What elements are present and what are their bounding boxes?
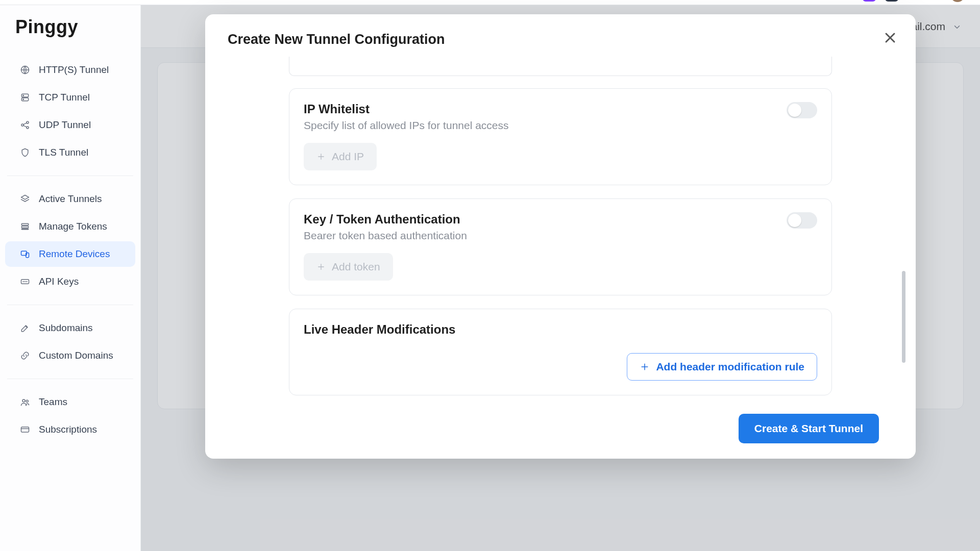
- brand-logo[interactable]: Pinggy: [0, 16, 140, 52]
- nav-group-account: Teams Subscriptions: [0, 384, 140, 447]
- ip-whitelist-section: IP Whitelist Specify list of allowed IPs…: [289, 88, 832, 185]
- token-auth-subtitle: Bearer token based authentication: [304, 230, 467, 242]
- extension-tray: 11 2: [863, 0, 976, 2]
- nav-group-domains: Subdomains Custom Domains: [0, 310, 140, 373]
- sidebar-item-label: Subdomains: [39, 322, 93, 334]
- token-auth-section: Key / Token Authentication Bearer token …: [289, 198, 832, 295]
- modal-footer: Create & Start Tunnel: [205, 409, 916, 443]
- sidebar-item-label: Subscriptions: [39, 424, 97, 435]
- sidebar-item-tcp-tunnel[interactable]: TCP Tunnel: [5, 85, 135, 110]
- globe-icon: [19, 64, 31, 76]
- scrollbar-thumb[interactable]: [902, 271, 905, 363]
- svg-rect-10: [21, 226, 28, 228]
- modal-title: Create New Tunnel Configuration: [205, 32, 916, 55]
- svg-point-16: [26, 400, 28, 402]
- sidebar-item-label: Remote Devices: [39, 248, 110, 260]
- sidebar-item-label: TLS Tunnel: [39, 147, 88, 158]
- link-icon: [19, 350, 31, 361]
- sidebar-item-label: HTTP(S) Tunnel: [39, 64, 109, 76]
- svg-rect-11: [21, 229, 28, 230]
- sidebar-item-label: Custom Domains: [39, 350, 113, 361]
- submit-label: Create & Start Tunnel: [754, 422, 863, 435]
- sidebar: Pinggy HTTP(S) Tunnel TCP Tunnel UDP Tun…: [0, 5, 141, 551]
- add-ip-button[interactable]: Add IP: [304, 143, 377, 170]
- previous-section-cutoff: [289, 57, 832, 76]
- sidebar-item-remote-devices[interactable]: Remote Devices: [5, 241, 135, 267]
- rows-icon: [19, 221, 31, 232]
- sidebar-item-api-keys[interactable]: API Keys: [5, 269, 135, 294]
- sidebar-item-subscriptions[interactable]: Subscriptions: [5, 417, 135, 442]
- svg-rect-9: [21, 223, 28, 225]
- layers-icon: [19, 193, 31, 205]
- sidebar-item-label: API Keys: [39, 276, 79, 287]
- add-ip-label: Add IP: [332, 151, 364, 163]
- header-mods-title: Live Header Modifications: [304, 322, 817, 337]
- nav-group-tunnels: HTTP(S) Tunnel TCP Tunnel UDP Tunnel TLS…: [0, 52, 140, 170]
- devices-icon: [19, 248, 31, 260]
- app-root: Pinggy HTTP(S) Tunnel TCP Tunnel UDP Tun…: [0, 5, 980, 551]
- ip-whitelist-title: IP Whitelist: [304, 102, 509, 116]
- sidebar-item-tls-tunnel[interactable]: TLS Tunnel: [5, 140, 135, 165]
- sidebar-item-label: Manage Tokens: [39, 221, 107, 232]
- server-icon: [19, 92, 31, 103]
- sidebar-item-active-tunnels[interactable]: Active Tunnels: [5, 186, 135, 212]
- token-auth-title: Key / Token Authentication: [304, 212, 467, 227]
- sidebar-item-http-tunnel[interactable]: HTTP(S) Tunnel: [5, 57, 135, 83]
- ip-whitelist-toggle[interactable]: [787, 102, 817, 118]
- sidebar-item-teams[interactable]: Teams: [5, 389, 135, 415]
- extension-badge-1[interactable]: 11: [863, 0, 876, 2]
- download-icon[interactable]: [908, 0, 920, 1]
- add-token-label: Add token: [332, 261, 380, 273]
- card-icon: [19, 424, 31, 435]
- nav-separator: [7, 305, 133, 305]
- sidebar-item-label: Teams: [39, 396, 67, 408]
- sidebar-item-subdomains[interactable]: Subdomains: [5, 315, 135, 341]
- api-icon: [19, 276, 31, 287]
- sidebar-item-manage-tokens[interactable]: Manage Tokens: [5, 214, 135, 239]
- nav-separator: [7, 379, 133, 379]
- add-header-rule-label: Add header modification rule: [656, 361, 804, 373]
- sidebar-item-label: TCP Tunnel: [39, 92, 90, 103]
- sidebar-item-label: UDP Tunnel: [39, 119, 91, 131]
- profile-avatar[interactable]: [950, 0, 965, 2]
- create-tunnel-modal: Create New Tunnel Configuration IP White…: [205, 14, 916, 459]
- sidebar-item-custom-domains[interactable]: Custom Domains: [5, 343, 135, 368]
- nav-separator: [7, 176, 133, 176]
- add-header-rule-button[interactable]: Add header modification rule: [627, 353, 817, 381]
- close-button[interactable]: [882, 30, 898, 46]
- shield-icon: [19, 147, 31, 158]
- browser-chrome: 11 2: [0, 0, 980, 5]
- svg-point-5: [23, 99, 24, 100]
- svg-point-4: [23, 95, 24, 96]
- create-start-tunnel-button[interactable]: Create & Start Tunnel: [739, 414, 879, 443]
- ip-whitelist-subtitle: Specify list of allowed IPs for tunnel a…: [304, 119, 509, 132]
- nav-group-manage: Active Tunnels Manage Tokens Remote Devi…: [0, 181, 140, 299]
- token-auth-toggle[interactable]: [787, 212, 817, 229]
- share-icon: [19, 119, 31, 131]
- sidebar-item-label: Active Tunnels: [39, 193, 102, 205]
- content-area: h@gmail.com Create New Tunnel Configurat…: [141, 5, 980, 551]
- edit-icon: [19, 322, 31, 334]
- tabs-icon[interactable]: [929, 0, 941, 1]
- svg-rect-17: [21, 427, 29, 432]
- team-icon: [19, 396, 31, 408]
- extension-badge-2[interactable]: 2: [885, 0, 898, 2]
- modal-body: IP Whitelist Specify list of allowed IPs…: [205, 57, 916, 395]
- add-token-button[interactable]: Add token: [304, 253, 393, 281]
- header-mods-section: Live Header Modifications Add header mod…: [289, 309, 832, 395]
- modal-overlay: Create New Tunnel Configuration IP White…: [141, 5, 980, 551]
- sidebar-item-udp-tunnel[interactable]: UDP Tunnel: [5, 112, 135, 138]
- svg-point-15: [22, 399, 25, 402]
